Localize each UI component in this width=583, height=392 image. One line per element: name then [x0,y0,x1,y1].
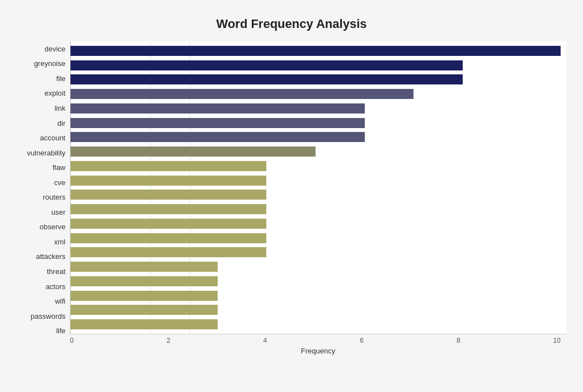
bar [70,118,365,128]
bar-row [70,59,561,72]
bar [70,60,463,70]
y-label: threat [47,268,65,275]
chart-container: Word Frequency Analysis devicegreynoisef… [0,0,583,392]
chart-area: devicegreynoisefileexploitlinkdiraccount… [17,41,566,355]
y-label: exploit [44,89,65,97]
bar-row [70,232,561,244]
bars-wrapper [70,41,566,334]
y-label: file [56,75,65,82]
bar [70,46,561,56]
bar [70,103,365,114]
x-axis-label: Frequency [70,347,566,355]
bar-row [70,318,561,330]
bar-row [70,290,561,302]
bar-row [70,188,561,201]
bar-row [70,203,561,215]
bar-row [70,88,561,100]
x-tick: 2 [167,337,171,344]
bar-row [70,218,561,230]
bar-row [70,275,561,287]
x-tick: 4 [263,337,267,344]
y-label: life [56,327,65,334]
y-label: actors [46,283,65,290]
y-label: routers [43,193,65,201]
bar [70,276,218,286]
bars-and-axes: 0246810 Frequency [70,41,566,355]
bar [70,161,266,171]
y-label: device [44,45,65,53]
y-label: dir [58,120,65,127]
chart-title: Word Frequency Analysis [17,11,566,31]
bar-row [70,117,561,129]
bar-row [70,304,561,316]
bar-row [70,131,561,143]
y-label: attackers [36,253,65,260]
y-label: xml [54,238,65,245]
y-label: observe [40,223,65,230]
y-label: link [54,105,65,112]
y-label: vulnerability [27,149,65,157]
y-label: wifi [55,297,65,305]
bar-row [70,45,561,57]
bar [70,247,266,257]
y-label: account [40,134,65,141]
bar [70,89,413,99]
y-labels: devicegreynoisefileexploitlinkdiraccount… [17,41,70,355]
bar-row [70,145,561,158]
y-label: user [51,209,65,216]
bar [70,147,316,157]
bar [70,204,266,214]
x-tick: 0 [70,337,74,344]
x-tick: 8 [457,337,460,344]
bar-row [70,160,561,172]
bar [70,305,218,315]
bar [70,262,218,272]
bar [70,319,218,329]
y-label: cve [54,179,65,186]
bar-row [70,261,561,273]
bar [70,219,266,229]
y-label: flaw [53,164,65,171]
bar [70,74,463,84]
bar [70,190,266,200]
bar [70,233,266,243]
x-tick: 10 [553,337,561,344]
bar-row [70,102,561,115]
y-label: passwords [31,313,65,320]
bar [70,176,266,186]
bar-row [70,73,561,86]
bar-row [70,246,561,258]
x-tick: 6 [360,337,364,344]
y-label: greynoise [34,60,65,67]
x-axis: 0246810 [70,334,566,344]
bar-row [70,174,561,187]
bar [70,132,365,142]
bar [70,291,218,301]
